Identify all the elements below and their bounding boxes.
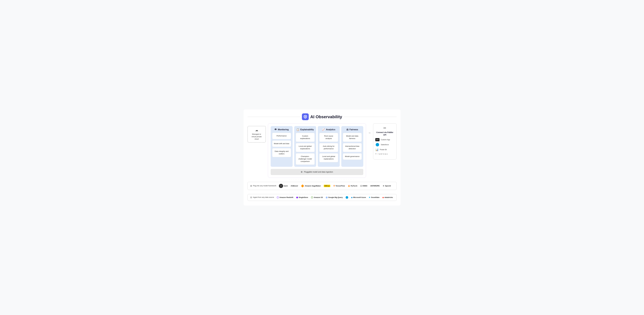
analytics-header: 📈 Analytics	[319, 128, 338, 131]
fairness-column: ⚖ Fairness Model and data fairness Inter…	[341, 126, 363, 167]
root-cause-card: Root cause analysis	[319, 133, 338, 142]
explainability-icon: 📋	[296, 128, 299, 131]
cloud-text: Managed or virtual private cloud	[250, 133, 263, 140]
anthropic-logo: ANTHROPIC	[370, 185, 380, 187]
arrow-connector: →	[368, 123, 371, 135]
explainability-label: Explainability	[300, 128, 314, 131]
datasource-label-icon: ⊟	[250, 196, 252, 199]
sklearn-icon: sk	[279, 184, 283, 188]
fairness-icon: ⚖	[346, 128, 348, 131]
auto-slicing-card: Auto-slicing for performance	[319, 143, 338, 152]
analytics-column: 📈 Analytics Root cause analysis Auto-sli…	[318, 126, 340, 167]
fairness-header: ⚖ Fairness	[343, 128, 362, 131]
local-global-analytics-card: Local and global explanations	[319, 153, 338, 162]
powerbi-label: Power BI	[380, 149, 387, 151]
pluggable-icon: ⚙	[301, 171, 302, 173]
pytorch-logo: 🔥 PyTorch	[348, 185, 358, 187]
connect-item-powerbi: 📊 Power BI	[375, 148, 394, 151]
governance-card: Model governance	[343, 153, 362, 160]
tableau-logo: ✛	[375, 153, 376, 155]
tensorflow-logo: ⬆ TensorFlow	[333, 185, 345, 187]
analytics-icon: 📈	[322, 128, 325, 131]
fairness-label: Fairness	[350, 128, 358, 131]
connect-title: Connect via Fiddler API	[375, 131, 394, 136]
connect-item-app: APP Custom App	[375, 138, 394, 141]
header-line-right	[344, 117, 396, 117]
analytics-label: Analytics	[326, 128, 335, 131]
app-logo: APP	[375, 138, 380, 141]
explainability-column: 📋 Explainability Custom explanations Loc…	[294, 126, 316, 167]
datasource-label-wrap: ⊟ Ingest from any data source	[250, 196, 274, 199]
salesforce-label: Salesforce	[381, 144, 389, 146]
model-data-fairness-card: Model and data fairness	[343, 133, 362, 142]
pluggable-bar: ⚙ Pluggable model and data ingestion	[271, 169, 363, 175]
framework-bar: ⊞ Plug into any model framework sk learn…	[248, 182, 397, 190]
champion-card: Champion-challenger model comparison	[296, 153, 314, 165]
redshift-logo: ⬡ Amazon Redshift	[277, 196, 293, 199]
explainability-header: 📋 Explainability	[296, 128, 314, 131]
framework-logos: sk learn XGBoost 🔶 Amazon SageMaker H2O.…	[279, 184, 391, 188]
connect-panel: ✂ Connect via Fiddler API APP Custom App…	[373, 123, 397, 159]
databricks-logo: ◆ databricks	[382, 196, 393, 198]
sklearn-logo: sk learn	[279, 184, 288, 188]
main-layout: ☁ Managed or virtual private cloud 👁 Mon…	[248, 123, 397, 178]
connect-icon: ✂	[375, 126, 394, 130]
framework-label-wrap: ⊞ Plug into any model framework	[250, 185, 276, 187]
local-global-exp-card: Local and global explanations	[296, 143, 314, 152]
connect-item-tableau: ✛ + a b l e a u	[375, 153, 394, 155]
monitoring-header: 👁 Monitoring	[272, 128, 291, 131]
svg-point-0	[305, 116, 306, 117]
header: AI Observability	[248, 113, 397, 120]
bigquery-logo: ◎ Google Big Query	[326, 196, 343, 199]
tableau-label: + a b l e a u	[378, 153, 388, 155]
openai-logo: ✦ OpenAI	[383, 185, 391, 187]
cloud-box: ☁ Managed or virtual private cloud	[248, 126, 266, 143]
monitoring-label: Monitoring	[278, 128, 289, 131]
logo-icon	[302, 113, 309, 120]
singlestore-logo: ◉ SingleStore	[296, 196, 308, 199]
dots-row-1: · · · · · · · · · · · · · · · · · · · · …	[248, 179, 397, 181]
shield-svg	[303, 115, 308, 119]
powerbi-logo: 📊	[375, 148, 378, 151]
custom-exp-card: Custom explanations	[296, 133, 314, 142]
app-label: Custom App	[381, 139, 390, 141]
datasource-label-text: Ingest from any data source	[253, 196, 274, 198]
page-wrapper: AI Observability ☁ Managed or virtual pr…	[244, 109, 400, 205]
framework-label-text: Plug into any model framework	[253, 185, 276, 187]
salesforce-logo	[375, 143, 380, 146]
connect-item-salesforce: Salesforce	[375, 143, 394, 146]
h2o-logo: H2O.ai	[324, 185, 330, 187]
drift-card: Model drift and bias	[272, 140, 291, 147]
cloud-icon: ☁	[250, 128, 263, 132]
azure-logo: ◈ Microsoft Azure	[351, 196, 366, 198]
xgboost-logo: XGBoost	[291, 185, 298, 187]
header-line-left	[248, 117, 300, 117]
monitoring-icon: 👁	[274, 128, 277, 131]
center-panel: 👁 Monitoring Performance Model drift and…	[268, 123, 366, 178]
datasource-bar: ⊟ Ingest from any data source ⬡ Amazon R…	[248, 194, 397, 201]
svg-rect-1	[305, 117, 306, 118]
dots-row-2: · · · · · · · · · · · · · · · · · · · · …	[248, 191, 397, 193]
monitoring-column: 👁 Monitoring Performance Model drift and…	[271, 126, 293, 167]
page-title: AI Observability	[310, 114, 342, 119]
snowflake-logo: ❄ Snowflake	[369, 196, 379, 198]
columns-grid: 👁 Monitoring Performance Model drift and…	[271, 126, 363, 167]
pluggable-label: Pluggable model and data ingestion	[304, 171, 333, 173]
integrity-card: Data integrity and outliers	[272, 148, 291, 157]
salesforce-ds-logo	[346, 196, 348, 199]
s3-logo: ⬡ Amazon S3	[311, 196, 323, 199]
framework-label-icon: ⊞	[250, 185, 252, 187]
datasource-logos: ⬡ Amazon Redshift ◉ SingleStore ⬡ Amazon…	[277, 196, 393, 199]
sagemaker-logo: 🔶 Amazon SageMaker	[301, 184, 321, 187]
onnx-logo: ⬡ ONNX	[360, 185, 368, 187]
perf-card: Performance	[272, 133, 291, 139]
intersectional-card: Intersectional bias detection	[343, 143, 362, 152]
